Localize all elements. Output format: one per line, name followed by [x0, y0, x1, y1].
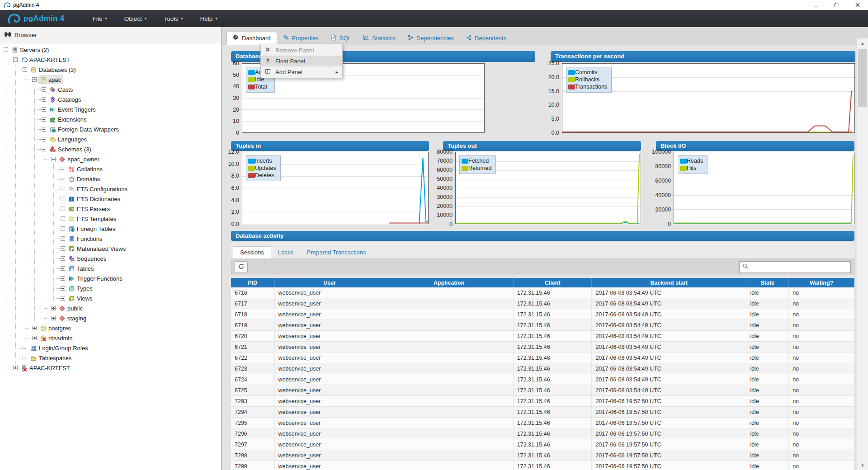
minimize-button[interactable] — [806, 0, 826, 10]
tree-item-casts[interactable]: Casts — [0, 85, 221, 94]
tree-item-apac-owner[interactable]: apac_owner — [0, 154, 221, 164]
tab-locks[interactable]: Locks — [271, 246, 300, 258]
collapse-icon[interactable] — [23, 67, 27, 72]
tree-item-fts-dictionaries[interactable]: FTS Dictionaries — [0, 194, 221, 204]
menu-item-add-panel[interactable]: Add Panel▸ — [261, 66, 342, 77]
expand-icon[interactable] — [42, 97, 46, 102]
tree-node[interactable]: Trigger Functions — [67, 274, 125, 283]
expand-icon[interactable] — [61, 236, 65, 241]
menu-file[interactable]: File▾ — [93, 15, 107, 22]
tree-item-staging[interactable]: staging — [0, 313, 221, 323]
menu-item-remove-panel[interactable]: Remove Panel — [261, 45, 342, 56]
tree-node[interactable]: FTS Dictionaries — [67, 195, 123, 203]
tree-item-foreign-tables[interactable]: Foreign Tables — [0, 224, 221, 234]
tree-item-databases-3-[interactable]: >Databases (3) — [0, 65, 221, 75]
tree-item-tablespaces[interactable]: Tablespaces — [0, 353, 221, 363]
tree-node[interactable]: staging — [57, 314, 89, 323]
tree-item-domains[interactable]: Domains — [0, 174, 221, 184]
tree-node[interactable]: FTS Templates — [67, 215, 118, 223]
expand-icon[interactable] — [61, 177, 65, 181]
tab-dashboard[interactable]: Dashboard — [226, 32, 277, 45]
menu-help[interactable]: Help▾ — [200, 15, 217, 22]
tab-sql[interactable]: SQL — [325, 32, 357, 45]
expand-icon[interactable] — [61, 296, 65, 301]
expand-icon[interactable] — [61, 187, 65, 191]
column-header-backend-start[interactable]: Backend start — [592, 278, 746, 287]
tree-item-foreign-data-wrappers[interactable]: Foreign Data Wrappers — [0, 124, 221, 134]
tab-prepared-transactions[interactable]: Prepared Transactions — [300, 246, 373, 258]
expand-icon[interactable] — [42, 137, 46, 141]
column-header-pid[interactable]: PID — [231, 278, 275, 287]
expand-icon[interactable] — [13, 366, 18, 370]
expand-icon[interactable] — [61, 216, 65, 221]
tree-node-selected[interactable]: >apac — [38, 75, 63, 84]
tree-item-apac-krtest[interactable]: APAC-KRTEST — [0, 363, 221, 373]
expand-icon[interactable] — [23, 346, 27, 350]
tree-item-types[interactable]: Types — [0, 283, 221, 293]
tree-node[interactable]: >postgres — [38, 324, 73, 333]
collapse-icon[interactable] — [32, 77, 37, 82]
menu-tools[interactable]: Tools▾ — [164, 15, 183, 22]
tab-dependencies[interactable]: Dependencies — [401, 32, 460, 45]
expand-icon[interactable] — [42, 87, 46, 92]
expand-icon[interactable] — [42, 127, 46, 132]
scrollbar-thumb[interactable] — [858, 49, 867, 107]
tree-node[interactable]: Extensions — [48, 115, 89, 124]
tree-node[interactable]: MMaterialized Views — [67, 244, 128, 253]
tree-item-public[interactable]: public — [0, 303, 221, 313]
collapse-icon[interactable] — [42, 147, 46, 151]
collapse-icon[interactable] — [13, 57, 18, 62]
tree-node[interactable]: Tables — [67, 264, 96, 273]
expand-icon[interactable] — [61, 286, 65, 291]
expand-icon[interactable] — [23, 356, 27, 360]
scroll-down-button[interactable]: ▼ — [857, 461, 868, 470]
tree-item-fts-templates[interactable]: FTS Templates — [0, 214, 221, 224]
expand-icon[interactable] — [61, 256, 65, 261]
tree-item-apac[interactable]: >apac — [0, 75, 221, 85]
expand-icon[interactable] — [61, 167, 65, 171]
column-header-waiting-[interactable]: Waiting? — [789, 278, 854, 287]
tree-item-materialized-views[interactable]: MMaterialized Views — [0, 244, 221, 254]
tree-item-login-group-roles[interactable]: Login/Group Roles — [0, 343, 221, 353]
tree-node[interactable]: FTS Configurations — [67, 185, 130, 193]
restore-button[interactable] — [826, 0, 847, 10]
tree-node[interactable]: APAC-KRTEST — [19, 364, 72, 372]
tab-properties[interactable]: Properties — [277, 32, 325, 45]
expand-icon[interactable] — [32, 326, 37, 330]
expand-icon[interactable] — [61, 266, 65, 271]
tree-item-fts-configurations[interactable]: FTS Configurations — [0, 184, 221, 194]
tree-item-functions[interactable]: Functions — [0, 234, 221, 244]
tree-node[interactable]: public — [57, 304, 85, 313]
menu-item-float-panel[interactable]: Float Panel — [261, 56, 342, 66]
tree-item-fts-parsers[interactable]: FTS Parsers — [0, 204, 221, 214]
expand-icon[interactable] — [61, 207, 65, 211]
column-header-user[interactable]: User — [275, 278, 385, 287]
menu-object[interactable]: Object▾ — [124, 15, 147, 22]
tree-item-sequences[interactable]: Sequences — [0, 254, 221, 263]
close-button[interactable] — [847, 0, 868, 10]
expand-icon[interactable] — [32, 336, 37, 340]
tree-node[interactable]: apac_owner — [57, 155, 102, 164]
tree-item-servers-2-[interactable]: >Servers (2) — [0, 45, 221, 55]
tree-node[interactable]: Languages — [48, 135, 89, 144]
tree-item-trigger-functions[interactable]: Trigger Functions — [0, 273, 221, 283]
tree-item-languages[interactable]: Languages — [0, 134, 221, 144]
tree-node[interactable]: Schemas (3) — [48, 145, 94, 154]
collapse-icon[interactable] — [51, 157, 56, 161]
vertical-scrollbar[interactable]: ▲ ▼ — [857, 38, 868, 470]
expand-icon[interactable] — [61, 226, 65, 231]
tree-item-event-triggers[interactable]: Event Triggers — [0, 104, 221, 114]
tree-node[interactable]: Functions — [67, 235, 104, 243]
expand-icon[interactable] — [51, 316, 56, 320]
tree-node[interactable]: Event Triggers — [48, 105, 98, 114]
tree-item-catalogs[interactable]: Catalogs — [0, 94, 221, 104]
tab-dependents[interactable]: Dependents — [460, 32, 512, 45]
expand-icon[interactable] — [61, 246, 65, 251]
tree-node[interactable]: Sequences — [67, 254, 108, 263]
search-input[interactable] — [750, 264, 850, 270]
refresh-button[interactable] — [235, 261, 248, 273]
expand-icon[interactable] — [42, 117, 46, 122]
scroll-up-button[interactable]: ▲ — [857, 38, 868, 48]
tree-node[interactable]: Domains — [67, 175, 102, 183]
tree-node[interactable]: Catalogs — [48, 95, 83, 104]
